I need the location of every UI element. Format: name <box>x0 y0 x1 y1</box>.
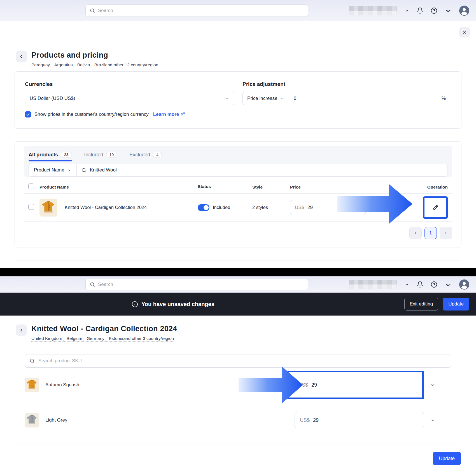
regions-breadcrumb[interactable]: Paraguay、Argentina、Bolivia、Braziland oth… <box>31 62 158 68</box>
chevron-down-icon[interactable] <box>430 383 435 387</box>
product-thumbnail-orange-cardigan <box>39 199 57 217</box>
adjustment-value-input[interactable]: 0 <box>289 96 296 101</box>
show-prices-label: Show prices in the customer's country/re… <box>34 112 149 117</box>
currency-select[interactable]: US Dollar (USD US$) <box>25 92 234 105</box>
info-icon <box>132 301 138 307</box>
sku-price-input[interactable]: US$ 29 <box>295 412 424 428</box>
global-search-input[interactable] <box>98 8 304 13</box>
bell-icon[interactable] <box>417 7 423 14</box>
next-page-button[interactable] <box>440 227 452 239</box>
product-search-input[interactable]: Knitted Wool <box>77 167 447 173</box>
currencies-label: Currencies <box>25 81 53 87</box>
tab-count-badge: 19 <box>106 152 117 158</box>
exit-editing-button[interactable]: Exit editing <box>404 298 438 311</box>
pagination: 1 <box>409 227 452 239</box>
prev-page-button[interactable] <box>409 227 422 239</box>
global-search[interactable] <box>85 4 308 17</box>
currency-prefix: US$ <box>298 382 308 388</box>
chevron-left-icon <box>19 54 24 59</box>
chevron-down-icon <box>280 97 284 101</box>
update-button[interactable]: Update <box>443 298 469 311</box>
global-search-input[interactable] <box>98 282 304 287</box>
product-filter-bar: Product Name Knitted Wool <box>29 164 447 177</box>
sku-search-input[interactable] <box>38 358 447 364</box>
avatar[interactable] <box>459 6 469 16</box>
top-app-header <box>0 0 476 21</box>
row-price-input[interactable]: US$ 29 <box>290 200 366 215</box>
global-search[interactable] <box>85 279 308 290</box>
sku-thumbnail-grey-cardigan <box>25 413 39 427</box>
table-row: Knitted Wool - Cardigan Collection 2024 … <box>24 194 452 222</box>
currency-prefix: US$ <box>295 205 304 210</box>
included-toggle[interactable] <box>198 204 209 211</box>
col-operation: Operation <box>427 185 448 189</box>
unsaved-changes-banner: You have unsaved changes Exit editing Up… <box>0 293 476 316</box>
chevron-down-icon[interactable] <box>404 8 409 13</box>
currency-selected-value: US Dollar (USD US$) <box>30 96 75 101</box>
tab-count-badge: 23 <box>61 152 72 158</box>
col-product-name: Product Name <box>39 185 69 190</box>
col-style: Style <box>252 185 263 189</box>
chevron-down-icon <box>67 168 71 172</box>
wifi-icon[interactable] <box>445 281 452 288</box>
show-prices-checkbox[interactable] <box>25 111 31 117</box>
sku-thumbnail-orange-cardigan <box>25 378 39 392</box>
account-name-blurred <box>349 6 397 15</box>
page-number-button[interactable]: 1 <box>424 227 437 239</box>
learn-more-link[interactable]: Learn more <box>153 112 185 117</box>
chevron-left-icon <box>413 231 418 235</box>
products-table: Product Name Status Style Price Operatio… <box>24 181 452 222</box>
highlighted-price-box: US$ 29 <box>287 371 424 399</box>
col-status[interactable]: Status <box>198 184 211 190</box>
chevron-down-icon[interactable] <box>404 282 409 287</box>
avatar[interactable] <box>459 279 469 290</box>
sku-row-autumn-squash: Autumn Squash US$ 29 <box>25 371 451 399</box>
wifi-icon[interactable] <box>445 7 452 14</box>
back-button[interactable] <box>16 324 27 336</box>
product-name[interactable]: Knitted Wool - Cardigan Collection 2024 <box>65 205 147 210</box>
currency-prefix: US$ <box>300 417 310 423</box>
product-tabs: All products 23 Included 19 Excluded 4 <box>29 148 447 161</box>
settings-card: Currencies US Dollar (USD US$) Show pric… <box>15 71 461 129</box>
filter-field-select[interactable]: Product Name <box>29 164 77 176</box>
tab-included[interactable]: Included 19 <box>84 148 117 161</box>
page-title: Products and pricing <box>31 51 158 60</box>
products-toolbar: All products 23 Included 19 Excluded 4 P… <box>24 146 452 177</box>
status-label: Included <box>213 205 230 210</box>
bell-icon[interactable] <box>417 281 423 288</box>
external-link-icon <box>181 112 185 117</box>
products-card: All products 23 Included 19 Excluded 4 P… <box>15 141 461 248</box>
row-checkbox[interactable] <box>28 204 34 210</box>
chevron-left-icon <box>19 328 24 333</box>
chevron-right-icon <box>444 231 448 235</box>
regions-breadcrumb[interactable]: United Kingdom、Belgium、Germany、Estoniaan… <box>31 336 174 342</box>
select-all-checkbox[interactable] <box>28 184 34 189</box>
screenshot-separator <box>0 268 476 276</box>
unsaved-changes-text: You have unsaved changes <box>141 301 214 307</box>
tab-excluded[interactable]: Excluded 4 <box>129 148 162 161</box>
back-button[interactable] <box>16 51 27 62</box>
search-icon <box>81 168 87 173</box>
price-adjustment-group: Price increase 0 % <box>242 92 451 105</box>
tab-count-badge: 4 <box>153 152 162 158</box>
product-page-title: Knitted Wool - Cardigan Collection 2024 <box>31 324 177 333</box>
adjustment-unit: % <box>442 96 451 101</box>
tab-all-products[interactable]: All products 23 <box>29 148 72 161</box>
account-name-blurred <box>349 280 397 289</box>
sku-row-light-grey: Light Grey US$ 29 <box>25 406 451 434</box>
help-icon[interactable] <box>431 281 437 288</box>
close-icon[interactable]: ✕ <box>459 27 470 37</box>
search-icon <box>90 282 95 287</box>
page: ✕ Products and pricing Paraguay、Argentin… <box>0 0 476 475</box>
edit-price-button[interactable] <box>423 196 448 219</box>
help-icon[interactable] <box>431 7 437 14</box>
sku-name: Autumn Squash <box>45 382 79 388</box>
sku-search[interactable] <box>25 354 451 368</box>
adjustment-mode-select[interactable]: Price increase <box>243 92 289 105</box>
update-button[interactable]: Update <box>433 452 461 465</box>
sku-name: Light Grey <box>45 417 67 423</box>
chevron-down-icon[interactable] <box>430 418 435 423</box>
col-price[interactable]: Price <box>290 185 301 190</box>
sku-price-input[interactable]: US$ 29 <box>293 377 418 393</box>
search-icon <box>90 8 95 13</box>
